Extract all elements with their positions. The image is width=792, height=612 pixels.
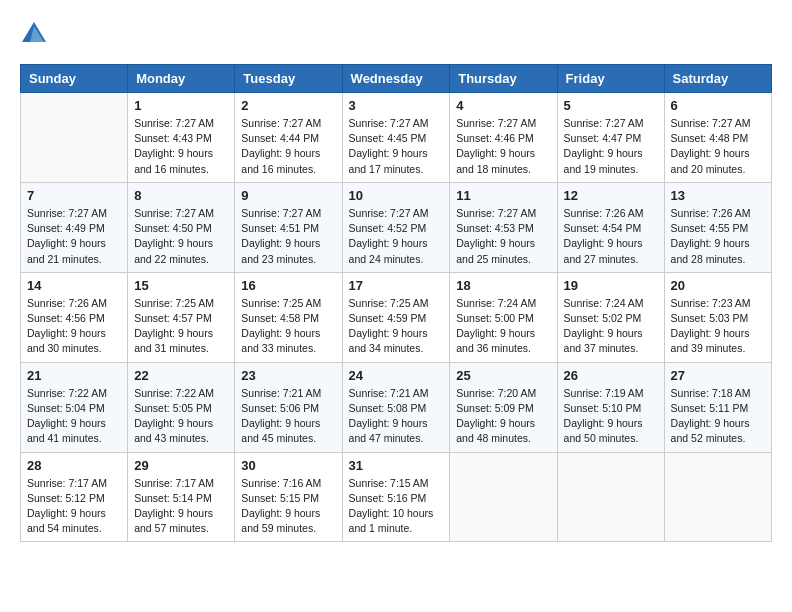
day-cell: 17Sunrise: 7:25 AM Sunset: 4:59 PM Dayli… bbox=[342, 272, 450, 362]
day-number: 17 bbox=[349, 278, 444, 293]
day-cell: 23Sunrise: 7:21 AM Sunset: 5:06 PM Dayli… bbox=[235, 362, 342, 452]
header-cell-friday: Friday bbox=[557, 65, 664, 93]
day-number: 4 bbox=[456, 98, 550, 113]
day-info: Sunrise: 7:24 AM Sunset: 5:02 PM Dayligh… bbox=[564, 296, 658, 357]
day-info: Sunrise: 7:22 AM Sunset: 5:04 PM Dayligh… bbox=[27, 386, 121, 447]
day-cell: 19Sunrise: 7:24 AM Sunset: 5:02 PM Dayli… bbox=[557, 272, 664, 362]
day-cell: 4Sunrise: 7:27 AM Sunset: 4:46 PM Daylig… bbox=[450, 93, 557, 183]
day-cell: 27Sunrise: 7:18 AM Sunset: 5:11 PM Dayli… bbox=[664, 362, 771, 452]
day-info: Sunrise: 7:27 AM Sunset: 4:46 PM Dayligh… bbox=[456, 116, 550, 177]
day-cell: 13Sunrise: 7:26 AM Sunset: 4:55 PM Dayli… bbox=[664, 182, 771, 272]
day-cell: 15Sunrise: 7:25 AM Sunset: 4:57 PM Dayli… bbox=[128, 272, 235, 362]
day-number: 21 bbox=[27, 368, 121, 383]
day-info: Sunrise: 7:19 AM Sunset: 5:10 PM Dayligh… bbox=[564, 386, 658, 447]
day-number: 10 bbox=[349, 188, 444, 203]
day-cell: 14Sunrise: 7:26 AM Sunset: 4:56 PM Dayli… bbox=[21, 272, 128, 362]
day-info: Sunrise: 7:27 AM Sunset: 4:49 PM Dayligh… bbox=[27, 206, 121, 267]
day-cell: 29Sunrise: 7:17 AM Sunset: 5:14 PM Dayli… bbox=[128, 452, 235, 542]
day-cell: 24Sunrise: 7:21 AM Sunset: 5:08 PM Dayli… bbox=[342, 362, 450, 452]
day-cell: 11Sunrise: 7:27 AM Sunset: 4:53 PM Dayli… bbox=[450, 182, 557, 272]
day-info: Sunrise: 7:18 AM Sunset: 5:11 PM Dayligh… bbox=[671, 386, 765, 447]
day-info: Sunrise: 7:27 AM Sunset: 4:48 PM Dayligh… bbox=[671, 116, 765, 177]
day-info: Sunrise: 7:17 AM Sunset: 5:12 PM Dayligh… bbox=[27, 476, 121, 537]
day-info: Sunrise: 7:27 AM Sunset: 4:45 PM Dayligh… bbox=[349, 116, 444, 177]
day-info: Sunrise: 7:16 AM Sunset: 5:15 PM Dayligh… bbox=[241, 476, 335, 537]
week-row-3: 14Sunrise: 7:26 AM Sunset: 4:56 PM Dayli… bbox=[21, 272, 772, 362]
day-info: Sunrise: 7:26 AM Sunset: 4:56 PM Dayligh… bbox=[27, 296, 121, 357]
header-cell-wednesday: Wednesday bbox=[342, 65, 450, 93]
day-number: 22 bbox=[134, 368, 228, 383]
day-cell bbox=[664, 452, 771, 542]
day-number: 27 bbox=[671, 368, 765, 383]
day-info: Sunrise: 7:25 AM Sunset: 4:59 PM Dayligh… bbox=[349, 296, 444, 357]
day-cell: 18Sunrise: 7:24 AM Sunset: 5:00 PM Dayli… bbox=[450, 272, 557, 362]
day-info: Sunrise: 7:27 AM Sunset: 4:50 PM Dayligh… bbox=[134, 206, 228, 267]
day-number: 13 bbox=[671, 188, 765, 203]
day-cell: 12Sunrise: 7:26 AM Sunset: 4:54 PM Dayli… bbox=[557, 182, 664, 272]
day-number: 7 bbox=[27, 188, 121, 203]
week-row-4: 21Sunrise: 7:22 AM Sunset: 5:04 PM Dayli… bbox=[21, 362, 772, 452]
week-row-5: 28Sunrise: 7:17 AM Sunset: 5:12 PM Dayli… bbox=[21, 452, 772, 542]
day-cell: 28Sunrise: 7:17 AM Sunset: 5:12 PM Dayli… bbox=[21, 452, 128, 542]
day-cell: 3Sunrise: 7:27 AM Sunset: 4:45 PM Daylig… bbox=[342, 93, 450, 183]
day-cell: 16Sunrise: 7:25 AM Sunset: 4:58 PM Dayli… bbox=[235, 272, 342, 362]
day-cell: 2Sunrise: 7:27 AM Sunset: 4:44 PM Daylig… bbox=[235, 93, 342, 183]
day-info: Sunrise: 7:24 AM Sunset: 5:00 PM Dayligh… bbox=[456, 296, 550, 357]
day-info: Sunrise: 7:27 AM Sunset: 4:52 PM Dayligh… bbox=[349, 206, 444, 267]
day-info: Sunrise: 7:27 AM Sunset: 4:43 PM Dayligh… bbox=[134, 116, 228, 177]
day-cell: 20Sunrise: 7:23 AM Sunset: 5:03 PM Dayli… bbox=[664, 272, 771, 362]
day-cell: 9Sunrise: 7:27 AM Sunset: 4:51 PM Daylig… bbox=[235, 182, 342, 272]
day-cell bbox=[450, 452, 557, 542]
week-row-2: 7Sunrise: 7:27 AM Sunset: 4:49 PM Daylig… bbox=[21, 182, 772, 272]
day-info: Sunrise: 7:21 AM Sunset: 5:06 PM Dayligh… bbox=[241, 386, 335, 447]
day-info: Sunrise: 7:27 AM Sunset: 4:53 PM Dayligh… bbox=[456, 206, 550, 267]
week-row-1: 1Sunrise: 7:27 AM Sunset: 4:43 PM Daylig… bbox=[21, 93, 772, 183]
day-number: 26 bbox=[564, 368, 658, 383]
day-number: 24 bbox=[349, 368, 444, 383]
header-cell-sunday: Sunday bbox=[21, 65, 128, 93]
day-info: Sunrise: 7:26 AM Sunset: 4:54 PM Dayligh… bbox=[564, 206, 658, 267]
calendar-header: SundayMondayTuesdayWednesdayThursdayFrid… bbox=[21, 65, 772, 93]
header-cell-tuesday: Tuesday bbox=[235, 65, 342, 93]
day-number: 2 bbox=[241, 98, 335, 113]
day-cell: 10Sunrise: 7:27 AM Sunset: 4:52 PM Dayli… bbox=[342, 182, 450, 272]
day-number: 9 bbox=[241, 188, 335, 203]
day-number: 18 bbox=[456, 278, 550, 293]
day-number: 16 bbox=[241, 278, 335, 293]
day-number: 3 bbox=[349, 98, 444, 113]
day-cell: 25Sunrise: 7:20 AM Sunset: 5:09 PM Dayli… bbox=[450, 362, 557, 452]
day-number: 30 bbox=[241, 458, 335, 473]
calendar-table: SundayMondayTuesdayWednesdayThursdayFrid… bbox=[20, 64, 772, 542]
day-number: 12 bbox=[564, 188, 658, 203]
day-info: Sunrise: 7:15 AM Sunset: 5:16 PM Dayligh… bbox=[349, 476, 444, 537]
day-info: Sunrise: 7:20 AM Sunset: 5:09 PM Dayligh… bbox=[456, 386, 550, 447]
day-number: 28 bbox=[27, 458, 121, 473]
day-number: 5 bbox=[564, 98, 658, 113]
day-cell: 6Sunrise: 7:27 AM Sunset: 4:48 PM Daylig… bbox=[664, 93, 771, 183]
day-number: 20 bbox=[671, 278, 765, 293]
day-cell bbox=[557, 452, 664, 542]
day-cell bbox=[21, 93, 128, 183]
day-number: 1 bbox=[134, 98, 228, 113]
day-cell: 1Sunrise: 7:27 AM Sunset: 4:43 PM Daylig… bbox=[128, 93, 235, 183]
day-info: Sunrise: 7:27 AM Sunset: 4:51 PM Dayligh… bbox=[241, 206, 335, 267]
day-number: 23 bbox=[241, 368, 335, 383]
day-cell: 30Sunrise: 7:16 AM Sunset: 5:15 PM Dayli… bbox=[235, 452, 342, 542]
day-cell: 26Sunrise: 7:19 AM Sunset: 5:10 PM Dayli… bbox=[557, 362, 664, 452]
logo-icon bbox=[20, 20, 48, 48]
day-number: 19 bbox=[564, 278, 658, 293]
day-number: 6 bbox=[671, 98, 765, 113]
day-number: 8 bbox=[134, 188, 228, 203]
header-cell-monday: Monday bbox=[128, 65, 235, 93]
day-cell: 5Sunrise: 7:27 AM Sunset: 4:47 PM Daylig… bbox=[557, 93, 664, 183]
day-number: 25 bbox=[456, 368, 550, 383]
page-header bbox=[20, 20, 772, 48]
day-info: Sunrise: 7:21 AM Sunset: 5:08 PM Dayligh… bbox=[349, 386, 444, 447]
day-number: 14 bbox=[27, 278, 121, 293]
day-number: 29 bbox=[134, 458, 228, 473]
day-info: Sunrise: 7:27 AM Sunset: 4:47 PM Dayligh… bbox=[564, 116, 658, 177]
day-number: 11 bbox=[456, 188, 550, 203]
day-cell: 22Sunrise: 7:22 AM Sunset: 5:05 PM Dayli… bbox=[128, 362, 235, 452]
calendar-body: 1Sunrise: 7:27 AM Sunset: 4:43 PM Daylig… bbox=[21, 93, 772, 542]
header-cell-thursday: Thursday bbox=[450, 65, 557, 93]
